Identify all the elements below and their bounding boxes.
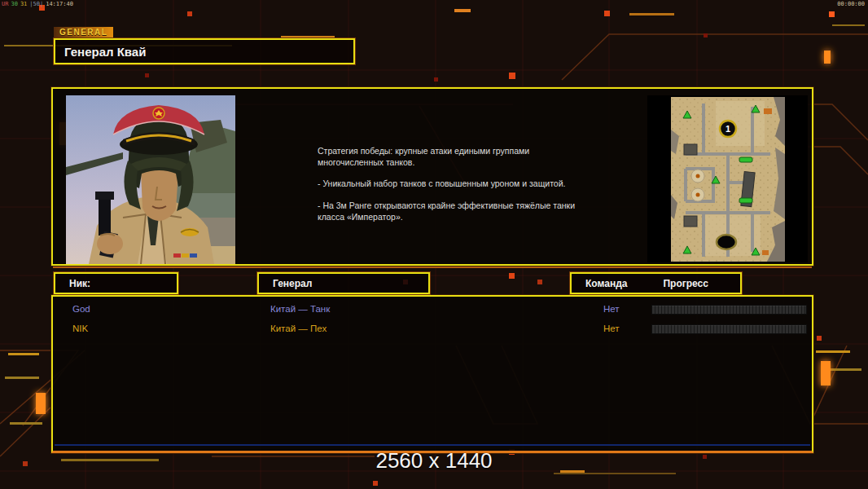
briefing-paragraph: - На 3м Ранге открываются крайне эффекти… xyxy=(318,200,591,222)
briefing-panel: Стратегия победы: крупные атаки едиными … xyxy=(51,87,813,266)
nick-header-label: Ник: xyxy=(55,278,90,289)
general-title: Генерал Квай xyxy=(55,45,146,59)
general-portrait-image xyxy=(66,95,235,264)
player-general: Китай — Танк xyxy=(270,304,330,314)
player-row: NIK Китай — Пех Нет xyxy=(53,320,812,340)
team-header-label: Команда xyxy=(572,278,627,289)
briefing-paragraph: - Уникальный набор танков с повышенным у… xyxy=(318,178,591,190)
player-nick: NIK xyxy=(72,324,88,333)
players-panel: God Китай — Танк Нет NIK Китай — Пех Нет xyxy=(51,295,813,453)
general-header-label: Генерал xyxy=(259,278,312,289)
player-nick: God xyxy=(72,304,90,314)
overlay-segment: 31 xyxy=(20,1,27,7)
general-tab[interactable]: GENERAL xyxy=(54,27,113,38)
general-title-box: Генерал Квай xyxy=(54,38,355,64)
minimap-container: 1 xyxy=(647,95,808,262)
column-header-general: Генерал xyxy=(257,272,430,294)
player-team: Нет xyxy=(603,324,620,333)
session-clock: 00:00:00 xyxy=(837,1,865,7)
general-portrait xyxy=(66,95,235,264)
player-row: God Китай — Танк Нет xyxy=(53,301,812,320)
fps-overlay: UR3031|50|14:17:40 xyxy=(2,1,73,7)
player-general: Китай — Пех xyxy=(270,324,327,333)
player-progress-bar xyxy=(651,305,807,315)
panel-bottom-accent-line xyxy=(55,444,810,446)
player-team: Нет xyxy=(603,304,620,314)
progress-header-label: Прогресс xyxy=(627,278,708,289)
minimap-start-marker: 1 xyxy=(725,124,730,134)
column-header-nick: Ник: xyxy=(54,272,178,294)
overlay-segment: |50| xyxy=(29,1,43,7)
column-header-team-progress: Команда Прогресс xyxy=(570,272,742,294)
overlay-segment: UR xyxy=(2,1,8,7)
briefing-text: Стратегия победы: крупные атаки едиными … xyxy=(318,146,591,233)
resolution-label: 2560 x 1440 xyxy=(0,448,868,474)
players-rows: God Китай — Танк Нет NIK Китай — Пех Нет xyxy=(53,301,812,340)
player-progress-bar xyxy=(651,324,807,334)
briefing-paragraph: Стратегия победы: крупные атаки едиными … xyxy=(318,146,591,168)
minimap: 1 xyxy=(671,97,785,262)
overlay-segment: 30 xyxy=(11,1,17,7)
overlay-segment: 14:17:40 xyxy=(46,1,73,7)
